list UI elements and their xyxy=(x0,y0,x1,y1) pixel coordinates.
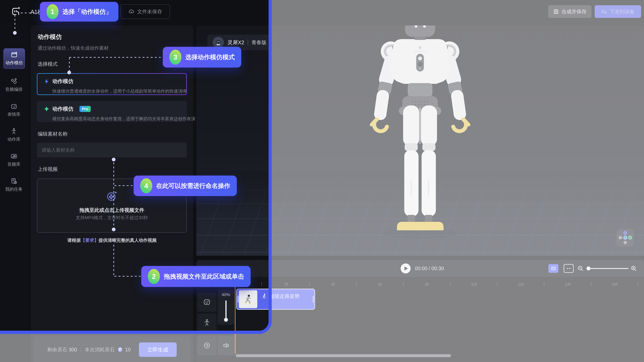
step-number-badge: 2 xyxy=(148,269,160,284)
connector-step4-dot-bottom xyxy=(112,228,116,231)
step-number-badge: 4 xyxy=(140,178,152,193)
connector-step2-h xyxy=(114,276,141,277)
connector-step3-dot xyxy=(67,71,71,74)
connector-step4-dot-top xyxy=(112,158,116,161)
step-text: 拖拽视频文件至此区域或单击 xyxy=(164,272,244,281)
connector-step2-v xyxy=(114,245,114,276)
connector-step1-v xyxy=(14,15,15,31)
step-number-badge: 3 xyxy=(169,50,182,65)
connector-step1-h xyxy=(21,13,40,13)
tutorial-step-4: 4 在此可以按需进行命名操作 xyxy=(134,176,237,196)
tutorial-step-2: 2 拖拽视频文件至此区域或单击 xyxy=(141,266,250,287)
connector-step3-v xyxy=(69,58,70,71)
step-text: 选择动作模仿模式 xyxy=(185,53,235,61)
connector-step4-v xyxy=(114,162,114,227)
tutorial-step-3: 3 选择动作模仿模式 xyxy=(163,47,241,68)
step-number-badge: 1 xyxy=(46,4,58,19)
connector-step4-h xyxy=(114,185,134,186)
connector-step1-dot xyxy=(13,31,17,35)
step-text: 选择「动作模仿」 xyxy=(62,8,112,16)
step-text: 在此可以按需进行命名操作 xyxy=(156,182,230,190)
tutorial-step-1: 1 选择「动作模仿」 xyxy=(40,2,118,22)
connector-step3-h xyxy=(69,57,163,58)
